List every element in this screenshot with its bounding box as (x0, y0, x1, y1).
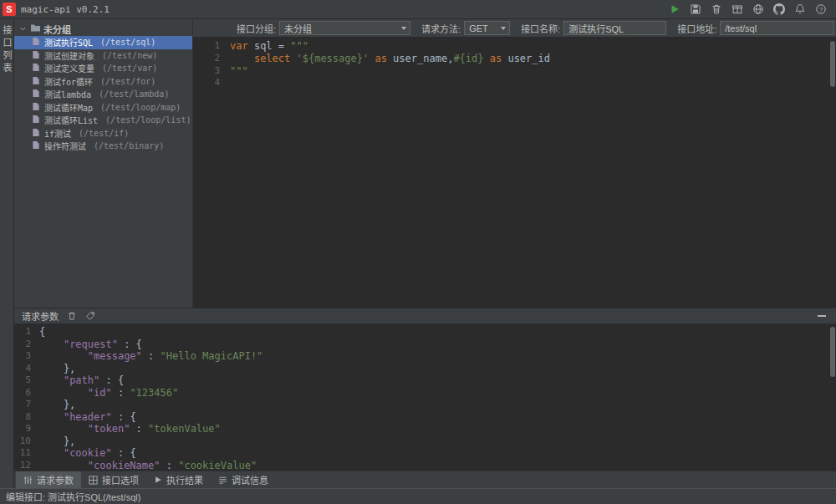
svg-text:?: ? (819, 6, 823, 13)
tree-item-path: (/test/lambda) (99, 89, 169, 99)
code-text: "cookie" : { (39, 447, 136, 460)
bottom-tab-0[interactable]: 请求参数 (16, 471, 81, 488)
help-button[interactable]: ? (814, 3, 828, 16)
tab-label: 请求参数 (37, 473, 74, 486)
package-button[interactable] (731, 3, 744, 16)
editor-area: 接口分组: 未分组 请求方法: GET 接口名称: (193, 19, 836, 308)
play-icon (154, 476, 162, 484)
notifications-button[interactable] (793, 3, 807, 16)
clear-params-button[interactable] (66, 311, 77, 322)
tree-item-5[interactable]: 测试循环Map(/test/loop/map) (14, 101, 192, 115)
api-tree-items: 测试执行SQL(/test/sql)测试创建对象(/test/new)测试定义变… (14, 36, 192, 153)
code-line: 1var sql = """ (193, 40, 836, 53)
format-button[interactable] (84, 311, 95, 322)
params-scrollbar-thumb[interactable] (830, 327, 835, 377)
tree-item-name: 测试定义变量 (44, 62, 94, 74)
code-text: "id" : "123456" (39, 387, 178, 400)
api-path-label: 接口地址: (677, 22, 716, 35)
folder-icon (30, 23, 41, 34)
api-doc-icon (32, 115, 40, 125)
github-button[interactable] (772, 3, 786, 16)
code-line: 6 "id" : "123456" (14, 387, 836, 400)
tree-item-2[interactable]: 测试定义变量(/test/var) (14, 62, 192, 75)
api-doc-icon (32, 128, 40, 137)
code-line: 4 (193, 77, 836, 89)
tree-item-3[interactable]: 测试for循环(/test/for) (14, 75, 192, 89)
bell-icon (794, 3, 806, 15)
group-select[interactable]: 未分组 (279, 21, 410, 35)
code-text: { (39, 326, 45, 339)
code-line: 3 "message" : "Hello MagicAPI!" (14, 350, 836, 363)
editor-scrollbar-thumb[interactable] (830, 41, 835, 87)
code-line: 3""" (193, 65, 836, 78)
line-number: 1 (193, 40, 230, 53)
globe-button[interactable] (752, 3, 765, 16)
sliders-icon (23, 476, 33, 485)
grid-icon (89, 476, 98, 485)
tree-item-7[interactable]: if测试(/test/if) (14, 127, 192, 140)
api-doc-icon (32, 102, 40, 111)
code-text: }, (39, 363, 75, 375)
tag-icon (85, 311, 95, 321)
content-area: 未分组 测试执行SQL(/test/sql)测试创建对象(/test/new)测… (14, 19, 836, 488)
api-tree-panel: 未分组 测试执行SQL(/test/sql)测试创建对象(/test/new)测… (14, 19, 193, 308)
method-select[interactable]: GET (464, 21, 510, 35)
api-doc-icon (32, 89, 40, 99)
code-text: "token" : "tokenValue" (39, 423, 221, 435)
collapse-panel-button[interactable] (815, 309, 828, 323)
minus-icon (818, 315, 826, 317)
line-number: 2 (193, 53, 230, 65)
request-params-editor[interactable]: 1{2 "request" : {3 "message" : "Hello Ma… (14, 323, 836, 471)
api-doc-icon (32, 140, 40, 150)
group-label: 接口分组: (237, 22, 276, 35)
code-line: 11 "cookie" : { (14, 447, 836, 460)
tree-item-path: (/test/new) (102, 51, 157, 60)
line-number: 8 (14, 411, 39, 424)
tree-item-name: 操作符测试 (44, 140, 86, 152)
chevron-down-icon (401, 27, 406, 30)
api-doc-icon (32, 89, 40, 98)
bottom-tab-3[interactable]: 调试信息 (211, 471, 276, 488)
bottom-tab-2[interactable]: 执行结果 (146, 471, 211, 488)
chevron-down-icon[interactable] (18, 24, 28, 33)
line-number: 4 (193, 77, 230, 89)
line-number: 9 (14, 423, 39, 435)
api-doc-icon (32, 63, 40, 72)
tree-item-name: 测试创建对象 (44, 49, 94, 62)
code-line: 5 "path" : { (14, 374, 836, 387)
script-lines: 1var sql = """2 select '${message}' as u… (193, 40, 836, 89)
code-line: 1{ (14, 326, 836, 339)
tree-item-6[interactable]: 测试循环List(/test/loop/list) (14, 114, 192, 127)
api-path-input[interactable] (720, 21, 834, 35)
code-text: "request" : { (39, 339, 142, 351)
tool-window-tab-api-list[interactable]: 接口列表 (0, 25, 13, 75)
tree-item-4[interactable]: 测试lambda(/test/lambda) (14, 88, 192, 101)
code-text: var sql = """ (230, 40, 308, 53)
api-doc-icon (32, 102, 40, 113)
tree-item-path: (/test/if) (79, 129, 129, 138)
tree-item-8[interactable]: 操作符测试(/test/binary) (14, 140, 192, 153)
code-text: "path" : { (39, 374, 124, 387)
tree-item-0[interactable]: 测试执行SQL(/test/sql) (14, 36, 192, 49)
code-text: "header" : { (39, 411, 136, 424)
code-line: 12 "cookieName" : "cookieValue" (14, 460, 836, 471)
run-button[interactable] (668, 3, 681, 16)
chevron-down-icon (501, 27, 506, 30)
main-area: 接口列表 未分组 测试执行SQL(/test/sql)测试创建对象(/te (0, 19, 836, 488)
tree-item-path: (/test/loop/list) (105, 115, 191, 125)
tree-root-group[interactable]: 未分组 (14, 22, 192, 36)
tree-item-name: 测试循环List (44, 114, 98, 126)
delete-button[interactable] (710, 3, 723, 16)
script-editor[interactable]: 1var sql = """2 select '${message}' as u… (193, 38, 836, 308)
line-number: 1 (14, 326, 39, 339)
tree-item-1[interactable]: 测试创建对象(/test/new) (14, 49, 192, 63)
api-name-input[interactable] (563, 21, 666, 35)
api-doc-icon (32, 76, 40, 85)
code-text: "cookieName" : "cookieValue" (39, 460, 257, 471)
bottom-tab-1[interactable]: 接口选项 (81, 471, 146, 488)
code-text: """ (230, 65, 248, 78)
code-text: }, (39, 435, 75, 448)
save-button[interactable] (689, 3, 702, 16)
top-section: 未分组 测试执行SQL(/test/sql)测试创建对象(/test/new)测… (14, 19, 836, 308)
method-select-value: GET (469, 23, 488, 33)
